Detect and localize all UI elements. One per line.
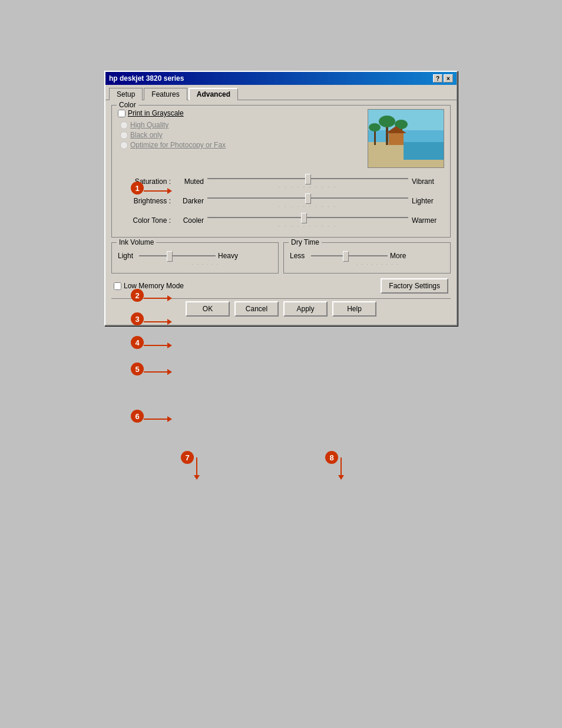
radio-fax-row: Optimize for Photocopy or Fax (118, 141, 358, 149)
ink-dry-groups: Ink Volume Light Heavy · · · · · · Dry T… (111, 242, 451, 274)
radio-fax[interactable] (120, 141, 128, 149)
svg-point-9 (369, 123, 381, 131)
titlebar-buttons: ? × (433, 74, 453, 83)
ink-volume-group: Ink Volume Light Heavy · · · · · · (111, 242, 279, 274)
color-tone-row: Color Tone : Cooler · · · · · · · · · · … (118, 212, 444, 229)
saturation-slider-container: · · · · · · · · · · (207, 173, 408, 190)
ink-left-label: Light (118, 252, 137, 260)
color-preview (368, 109, 444, 168)
color-left: Print in Grayscale High Quality Black on… (118, 109, 358, 168)
callout-3: 3 (131, 312, 144, 325)
color-tone-thumb[interactable] (301, 213, 307, 223)
ink-volume-label: Ink Volume (117, 238, 156, 246)
brightness-track (207, 192, 408, 204)
color-tone-track (207, 212, 408, 223)
brightness-left: Darker (174, 197, 204, 205)
saturation-thumb[interactable] (305, 174, 311, 185)
low-memory-label[interactable]: Low Memory Mode (124, 282, 184, 290)
preview-image (368, 110, 444, 168)
print-grayscale-label[interactable]: Print in Grayscale (128, 109, 184, 117)
callout-1: 1 (131, 182, 144, 195)
dry-time-label: Dry Time (289, 238, 322, 246)
arrow-5 (144, 369, 172, 375)
sliders-section: Saturation : Muted · · · · · · · · · · V… (118, 173, 444, 229)
tab-bar: Setup Features Advanced (105, 85, 457, 100)
callout-7: 7 (181, 451, 194, 464)
low-memory-row: Low Memory Mode (114, 282, 184, 290)
saturation-right: Vibrant (412, 177, 444, 186)
arrow-8 (338, 457, 344, 480)
cancel-button[interactable]: Cancel (234, 301, 279, 317)
saturation-left: Muted (174, 177, 204, 186)
button-row: OK Cancel Apply Help (111, 298, 451, 319)
brightness-row: Brightness : Darker · · · · · · · · · · … (118, 192, 444, 209)
radio-fax-label: Optimize for Photocopy or Fax (130, 141, 226, 149)
radio-high-quality-row: High Quality (118, 121, 358, 129)
print-grayscale-checkbox[interactable] (118, 110, 125, 117)
brightness-thumb[interactable] (305, 193, 311, 204)
color-group-label: Color (117, 101, 138, 109)
color-tone-slider-container: · · · · · · · · · · (207, 212, 408, 229)
dry-slider-row: Less More (290, 250, 444, 262)
brightness-right: Lighter (412, 197, 444, 205)
ink-right-label: Heavy (218, 252, 242, 260)
brightness-label: Brightness : (118, 197, 171, 205)
tab-advanced[interactable]: Advanced (189, 88, 238, 100)
color-tone-right: Warmer (412, 216, 444, 225)
ink-slider-line (139, 255, 216, 256)
ink-slider-row: Light Heavy (118, 250, 272, 262)
arrow-1 (144, 188, 172, 194)
dry-right-label: More (390, 252, 414, 260)
titlebar: hp deskjet 3820 series ? × (105, 72, 457, 85)
saturation-track (207, 173, 408, 185)
dry-slider-thumb[interactable] (343, 251, 349, 262)
ok-button[interactable]: OK (186, 301, 230, 317)
saturation-row: Saturation : Muted · · · · · · · · · · V… (118, 173, 444, 190)
arrow-6 (144, 416, 172, 422)
arrow-2 (144, 295, 172, 301)
color-tone-left: Cooler (174, 216, 204, 225)
ink-dots: · · · · · · (118, 262, 272, 267)
help-dialog-button[interactable]: Help (332, 301, 376, 317)
svg-rect-10 (389, 133, 404, 145)
color-tone-line (207, 217, 408, 218)
factory-settings-button[interactable]: Factory Settings (381, 278, 448, 294)
dry-dots: · · · · · · · · · (290, 262, 444, 267)
color-tone-label: Color Tone : (118, 216, 171, 225)
radio-black-only[interactable] (120, 131, 128, 139)
arrow-4 (144, 342, 172, 348)
callout-2: 2 (131, 289, 144, 302)
color-tone-dots: · · · · · · · · · · (207, 223, 408, 229)
dialog-window: hp deskjet 3820 series ? × Setup Feature… (104, 71, 458, 326)
arrow-3 (144, 319, 172, 325)
help-button[interactable]: ? (433, 74, 442, 83)
radio-high-quality[interactable] (120, 121, 128, 129)
dry-slider-line (311, 255, 388, 256)
tab-features[interactable]: Features (144, 88, 187, 100)
ink-slider-track (139, 250, 216, 262)
ink-slider-thumb[interactable] (167, 251, 173, 262)
apply-button[interactable]: Apply (283, 301, 328, 317)
svg-rect-3 (404, 142, 444, 160)
radio-black-only-label: Black only (130, 131, 163, 139)
dry-left-label: Less (290, 252, 309, 260)
dry-slider-track (311, 250, 388, 262)
color-section: Print in Grayscale High Quality Black on… (118, 109, 444, 168)
callout-8: 8 (325, 451, 338, 464)
low-memory-checkbox[interactable] (114, 282, 121, 290)
bottom-row: Low Memory Mode Factory Settings (111, 278, 451, 294)
print-grayscale-row: Print in Grayscale (118, 109, 358, 117)
callout-4: 4 (131, 336, 144, 349)
radio-black-only-row: Black only (118, 131, 358, 139)
saturation-dots: · · · · · · · · · · (207, 185, 408, 190)
close-button[interactable]: × (444, 74, 453, 83)
dry-time-group: Dry Time Less More · · · · · · · · · (283, 242, 451, 274)
svg-point-5 (379, 116, 395, 127)
brightness-slider-container: · · · · · · · · · · (207, 192, 408, 209)
tab-setup[interactable]: Setup (109, 88, 143, 100)
arrow-7 (194, 457, 200, 480)
callout-6: 6 (131, 410, 144, 423)
callout-5: 5 (131, 363, 144, 375)
window-title: hp deskjet 3820 series (109, 74, 184, 83)
radio-high-quality-label: High Quality (130, 121, 168, 129)
